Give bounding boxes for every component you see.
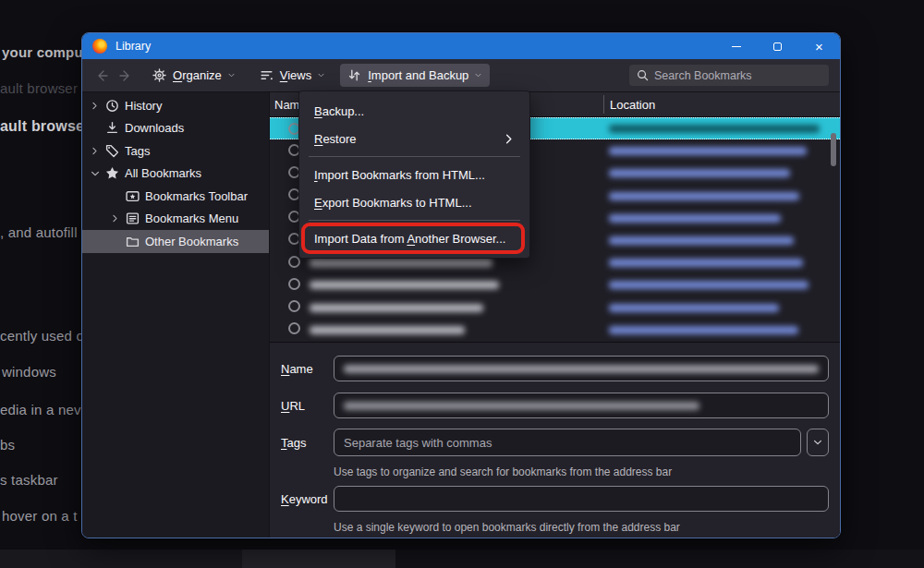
search-bookmarks-box[interactable]: [629, 65, 829, 86]
folder-icon: [125, 235, 140, 248]
back-button[interactable]: [90, 64, 114, 88]
chevron-down-icon: [812, 437, 823, 448]
import-and-backup-button[interactable]: Import and Backup: [340, 64, 490, 87]
background-text-fragment: bs: [0, 437, 15, 453]
name-label: Name: [281, 362, 334, 376]
window-controls: ×: [715, 33, 840, 59]
window-title: Library: [116, 40, 151, 53]
chevron-right-icon[interactable]: [90, 101, 104, 111]
sidebar-item-label: Other Bookmarks: [145, 235, 238, 248]
gear-icon: [152, 68, 166, 82]
keyword-field[interactable]: [334, 486, 829, 512]
download-icon: [104, 121, 119, 135]
bookmark-row[interactable]: [270, 319, 840, 341]
sidebar-item-bookmarks-menu[interactable]: Bookmarks Menu: [82, 208, 269, 231]
chevron-right-icon[interactable]: [90, 146, 104, 156]
minimize-button[interactable]: [715, 33, 757, 59]
organize-button[interactable]: Organize: [145, 64, 243, 87]
sidebar-item-downloads[interactable]: Downloads: [82, 117, 269, 140]
bookmark-details-panel: Name URL Tags Use tags to organize and s…: [270, 342, 840, 538]
menu-item-label: Import Bookmarks from HTML...: [314, 168, 485, 182]
blurred-bookmark-location: [609, 259, 803, 267]
sidebar-item-label: Downloads: [125, 121, 184, 135]
import-and-backup-label: Import and Backup: [368, 68, 468, 82]
back-icon: [95, 69, 108, 82]
background-text-fragment: s taskbar: [0, 472, 58, 488]
search-icon: [637, 69, 649, 81]
views-icon: [260, 68, 274, 82]
sidebar-item-other-bookmarks[interactable]: Other Bookmarks: [82, 230, 269, 253]
views-button[interactable]: Views: [252, 64, 333, 87]
sidebar-item-all-bookmarks[interactable]: All Bookmarks: [82, 163, 269, 186]
sidebar-item-label: All Bookmarks: [125, 166, 201, 180]
blurred-bookmark-location: [609, 326, 798, 334]
menu-item-restore[interactable]: Restore: [299, 125, 529, 152]
menu-item-import-data-from-another-browser[interactable]: Import Data from Another Browser...: [299, 224, 529, 252]
library-toolbar: Organize Views Import and Backup: [82, 59, 840, 92]
blurred-bookmark-name: [310, 304, 483, 312]
minimize-icon: [732, 46, 741, 47]
chevron-down-icon: [474, 71, 482, 79]
background-text-fragment: , and autofill: [0, 224, 78, 240]
blurred-bookmark-location: [609, 304, 779, 312]
tags-input[interactable]: [344, 436, 791, 450]
menu-item-backup[interactable]: Backup...: [299, 97, 529, 125]
blurred-bookmark-location: [609, 236, 794, 245]
maximize-button[interactable]: [757, 33, 798, 59]
sidebar-item-tags[interactable]: Tags: [82, 139, 269, 163]
sidebar-item-label: Tags: [125, 144, 150, 158]
menu-item-label: Restore: [314, 132, 357, 146]
sidebar: HistoryDownloadsTagsAll BookmarksBookmar…: [82, 92, 270, 538]
blurred-bookmark-location: [609, 281, 808, 289]
tags-field[interactable]: [334, 429, 801, 456]
url-field[interactable]: [334, 393, 829, 418]
scrollbar-thumb[interactable]: [831, 133, 836, 166]
background-text-fragment: ault browser: [0, 80, 78, 96]
firefox-icon: [92, 39, 107, 54]
organize-label: Organize: [173, 68, 222, 82]
menu-separator: [309, 156, 520, 157]
column-header-location[interactable]: Location: [603, 98, 655, 112]
blurred-url-value: [344, 402, 699, 410]
forward-button[interactable]: [114, 64, 138, 88]
search-input[interactable]: [654, 69, 821, 82]
blurred-bookmark-location: [609, 169, 790, 177]
bookmark-row[interactable]: [270, 273, 840, 296]
background-text-fragment: ault browser: [0, 118, 91, 135]
titlebar[interactable]: Library ×: [82, 33, 840, 59]
background-text-fragment: cently used o: [0, 328, 84, 344]
tag-icon: [104, 144, 119, 158]
taskbar-strip: [0, 550, 924, 568]
blurred-bookmark-name: [310, 259, 492, 267]
menu-item-export-bookmarks-to-html[interactable]: Export Bookmarks to HTML...: [299, 188, 529, 216]
keyword-label: Keyword: [281, 492, 334, 506]
background-text-fragment: edia in a nev: [0, 402, 81, 417]
tags-dropdown-button[interactable]: [807, 429, 829, 456]
sidebar-item-label: History: [125, 99, 162, 113]
chevron-right-icon[interactable]: [110, 213, 125, 224]
column-divider[interactable]: [603, 95, 604, 114]
bookmarks-menu-icon: [125, 211, 140, 225]
menu-item-label: Export Bookmarks to HTML...: [314, 196, 472, 210]
menu-item-import-bookmarks-from-html[interactable]: Import Bookmarks from HTML...: [299, 161, 529, 188]
url-label: URL: [281, 399, 334, 413]
favicon-placeholder-icon: [288, 278, 300, 290]
sidebar-item-history[interactable]: History: [82, 94, 269, 117]
blurred-bookmark-name: [310, 326, 465, 334]
sidebar-item-bookmarks-toolbar[interactable]: Bookmarks Toolbar: [82, 185, 269, 208]
star-icon: [104, 166, 119, 180]
close-button[interactable]: ×: [798, 33, 840, 59]
library-window: Library × Organize Views Imp: [81, 32, 841, 538]
chevron-down-icon: [317, 71, 325, 79]
taskbar-segment: [0, 550, 242, 568]
blurred-bookmark-name: [310, 281, 499, 289]
keyword-help-text: Use a single keyword to open bookmarks d…: [334, 521, 829, 534]
chevron-down-icon[interactable]: [90, 168, 104, 179]
bookmark-row[interactable]: [270, 296, 840, 319]
blurred-bookmark-location: [609, 125, 820, 133]
name-field[interactable]: [334, 356, 829, 381]
blurred-name-value: [344, 365, 819, 373]
sidebar-item-label: Bookmarks Menu: [145, 211, 238, 225]
maximize-icon: [773, 42, 782, 51]
menu-item-label: Backup...: [314, 104, 364, 118]
